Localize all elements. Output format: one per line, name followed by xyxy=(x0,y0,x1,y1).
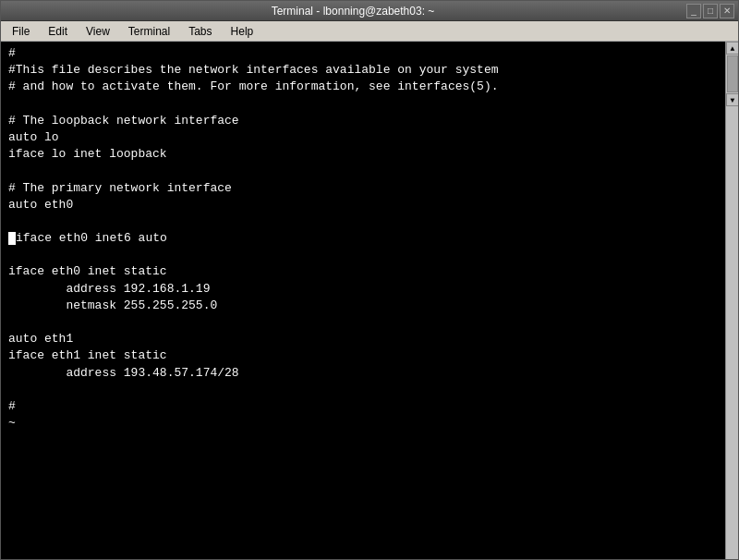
terminal-output: # #This file describes the network inter… xyxy=(1,42,738,435)
menu-terminal[interactable]: Terminal xyxy=(121,23,177,40)
close-button[interactable]: ✕ xyxy=(720,4,734,18)
scrollbar-up[interactable]: ▲ xyxy=(726,42,738,55)
menu-tabs[interactable]: Tabs xyxy=(181,23,219,40)
menu-bar: File Edit View Terminal Tabs Help xyxy=(1,21,738,42)
menu-file[interactable]: File xyxy=(5,23,37,40)
terminal-window: Terminal - lbonning@zabeth03: ~ _ □ ✕ Fi… xyxy=(0,0,739,560)
scrollbar-down[interactable]: ▼ xyxy=(726,93,738,106)
window-title: Terminal - lbonning@zabeth03: ~ xyxy=(19,5,686,18)
window-controls: _ □ ✕ xyxy=(686,4,734,18)
title-bar: Terminal - lbonning@zabeth03: ~ _ □ ✕ xyxy=(1,1,738,21)
menu-help[interactable]: Help xyxy=(224,23,261,40)
terminal-area[interactable]: # #This file describes the network inter… xyxy=(1,42,738,559)
scrollbar[interactable]: ▲ ▼ xyxy=(725,42,738,559)
maximize-button[interactable]: □ xyxy=(703,4,718,18)
menu-view[interactable]: View xyxy=(79,23,117,40)
menu-edit[interactable]: Edit xyxy=(41,23,75,40)
scrollbar-thumb[interactable] xyxy=(727,55,738,92)
minimize-button[interactable]: _ xyxy=(686,4,701,18)
